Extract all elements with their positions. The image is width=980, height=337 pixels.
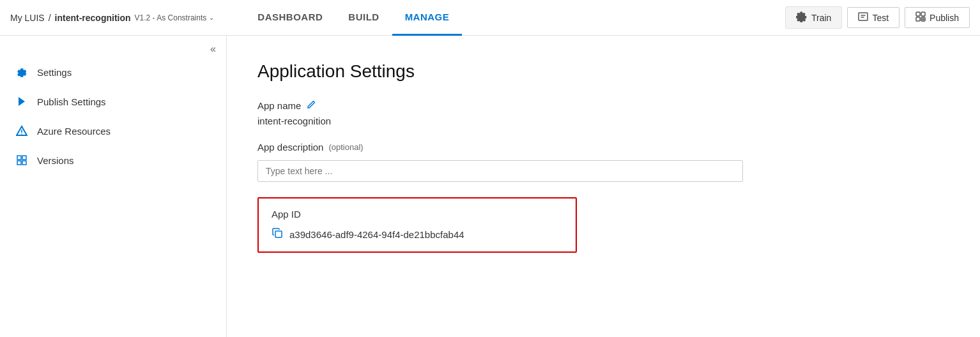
test-button[interactable]: Test <box>847 7 900 28</box>
brand-separator: / <box>49 13 51 23</box>
publish-settings-label: Publish Settings <box>37 96 106 107</box>
gear-icon <box>15 66 28 78</box>
copy-icon[interactable] <box>272 227 283 241</box>
version-label: V1.2 - As Constraints <box>135 13 207 22</box>
edit-app-name-icon[interactable] <box>306 100 316 112</box>
tab-dashboard[interactable]: DASHBOARD <box>245 0 335 36</box>
play-icon <box>15 96 28 107</box>
sidebar: « Settings Publish Settings <box>0 36 227 337</box>
sidebar-collapse-area: « <box>0 36 226 57</box>
main-content: Application Settings App name intent-rec… <box>227 36 980 337</box>
app-name-nav[interactable]: intent-recognition <box>55 13 131 23</box>
nav-actions: Train Test Publish <box>785 6 970 29</box>
svg-rect-0 <box>859 13 868 20</box>
train-label: Train <box>811 13 831 23</box>
svg-rect-3 <box>916 17 920 21</box>
main-layout: « Settings Publish Settings <box>0 36 980 337</box>
svg-point-8 <box>21 133 22 135</box>
versions-label: Versions <box>37 155 74 166</box>
tab-manage[interactable]: MANAGE <box>392 0 463 36</box>
app-id-value-row: a39d3646-adf9-4264-94f4-de21bbcfab44 <box>272 227 563 241</box>
train-icon <box>796 11 808 24</box>
app-description-field-label: App description (optional) <box>257 142 949 153</box>
app-description-section: App description (optional) <box>257 142 949 182</box>
train-button[interactable]: Train <box>785 6 842 29</box>
app-id-label: App ID <box>272 209 563 220</box>
nav-tabs: DASHBOARD BUILD MANAGE <box>245 0 462 36</box>
svg-rect-1 <box>916 12 920 16</box>
publish-button[interactable]: Publish <box>905 7 970 28</box>
collapse-sidebar-button[interactable]: « <box>210 43 216 55</box>
publish-label: Publish <box>930 13 959 23</box>
azure-resources-label: Azure Resources <box>37 126 111 137</box>
svg-marker-5 <box>19 97 25 106</box>
app-description-input[interactable] <box>257 160 743 182</box>
page-title: Application Settings <box>257 61 949 82</box>
tab-build[interactable]: BUILD <box>335 0 392 36</box>
svg-rect-10 <box>22 156 26 160</box>
app-name-field-label: App name <box>257 100 949 112</box>
svg-rect-11 <box>17 161 21 165</box>
sidebar-item-publish-settings[interactable]: Publish Settings <box>0 87 226 116</box>
nav-brand: My LUIS / intent-recognition V1.2 - As C… <box>10 13 214 23</box>
settings-label: Settings <box>37 67 72 78</box>
svg-rect-13 <box>275 231 282 237</box>
top-navigation: My LUIS / intent-recognition V1.2 - As C… <box>0 0 980 36</box>
test-label: Test <box>872 13 889 23</box>
app-id-text: a39d3646-adf9-4264-94f4-de21bbcfab44 <box>289 229 464 240</box>
optional-label: (optional) <box>328 142 363 152</box>
svg-rect-2 <box>921 12 925 16</box>
chevron-down-icon: ⌄ <box>209 14 214 21</box>
test-icon <box>858 11 868 24</box>
publish-icon <box>915 11 926 24</box>
my-luis-link[interactable]: My LUIS <box>10 13 45 23</box>
version-badge[interactable]: V1.2 - As Constraints ⌄ <box>135 13 215 22</box>
grid-icon <box>15 154 28 166</box>
app-name-section: App name intent-recognition <box>257 100 949 126</box>
svg-rect-12 <box>22 161 26 165</box>
app-id-box: App ID a39d3646-adf9-4264-94f4-de21bbcfa… <box>257 197 577 253</box>
sidebar-item-settings[interactable]: Settings <box>0 57 226 87</box>
app-name-value: intent-recognition <box>257 116 949 126</box>
sidebar-item-azure-resources[interactable]: Azure Resources <box>0 116 226 146</box>
svg-rect-9 <box>17 156 21 160</box>
sidebar-item-versions[interactable]: Versions <box>0 146 226 175</box>
app-id-section: App ID a39d3646-adf9-4264-94f4-de21bbcfa… <box>257 197 949 253</box>
triangle-icon <box>15 125 28 137</box>
